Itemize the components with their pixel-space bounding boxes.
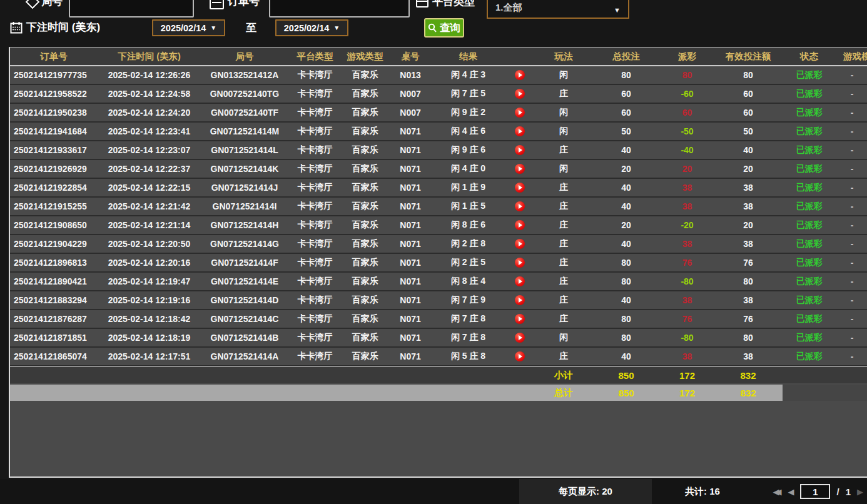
- replay-icon[interactable]: [515, 333, 525, 343]
- replay-icon[interactable]: [515, 314, 525, 324]
- cell-status: 已派彩: [783, 332, 836, 343]
- table-row[interactable]: 2502141219336172025-02-14 12:23:07GN0712…: [10, 141, 867, 160]
- replay-icon[interactable]: [515, 351, 525, 361]
- cell-replay[interactable]: [504, 258, 535, 268]
- to-label: 至: [246, 21, 256, 35]
- table-row[interactable]: 2502141218718512025-02-14 12:18:19GN0712…: [10, 329, 867, 348]
- cell-valid-bet: 38: [714, 351, 783, 361]
- table-row[interactable]: 2502141219416842025-02-14 12:23:41GN0712…: [10, 123, 867, 141]
- table-row[interactable]: 2502141219086502025-02-14 12:21:14GN0712…: [10, 216, 867, 235]
- cell-game-mode: -: [836, 276, 867, 286]
- orders-table-body: 2502141219777352025-02-14 12:26:26GN0132…: [10, 66, 867, 366]
- cell-replay[interactable]: [504, 295, 535, 305]
- cell-game-type: 百家乐: [342, 276, 388, 287]
- cell-order-no: 250214121883294: [10, 295, 98, 305]
- cell-bet-time: 2025-02-14 12:20:16: [98, 258, 201, 268]
- replay-icon[interactable]: [515, 295, 525, 305]
- table-row[interactable]: 2502141219585222025-02-14 12:24:58GN0072…: [10, 85, 867, 104]
- grand-total-valid-bet: 832: [714, 388, 783, 398]
- cell-game-mode: -: [836, 351, 867, 361]
- replay-icon[interactable]: [515, 239, 525, 249]
- cell-payout: -20: [661, 220, 714, 230]
- cell-replay[interactable]: [504, 276, 535, 286]
- cell-valid-bet: 20: [714, 164, 783, 174]
- cell-round-no: GN0712521414M: [201, 126, 288, 136]
- cell-valid-bet: 80: [714, 70, 783, 80]
- cell-replay[interactable]: [504, 89, 535, 99]
- table-row[interactable]: 2502141218762872025-02-14 12:18:42GN0712…: [10, 310, 867, 329]
- table-row[interactable]: 2502141219042292025-02-14 12:20:50GN0712…: [10, 235, 867, 254]
- table-row[interactable]: 2502141218904212025-02-14 12:19:47GN0712…: [10, 273, 867, 291]
- page-separator: /: [836, 486, 839, 497]
- table-row[interactable]: 2502141219502382025-02-14 12:24:20GN0072…: [10, 104, 867, 123]
- date-to-picker[interactable]: 2025/02/14 ▼: [275, 19, 348, 36]
- cell-replay[interactable]: [504, 183, 535, 193]
- table-row[interactable]: 2502141219228542025-02-14 12:22:15GN0712…: [10, 179, 867, 198]
- cell-order-no: 250214121977735: [10, 70, 98, 80]
- cell-replay[interactable]: [504, 239, 535, 249]
- cell-replay[interactable]: [504, 333, 535, 343]
- cell-order-no: 250214121871851: [10, 333, 98, 343]
- replay-icon[interactable]: [515, 220, 525, 230]
- cell-round-no: GN0712521414K: [201, 164, 288, 174]
- prev-page-icon[interactable]: ◀: [788, 488, 794, 496]
- table-row[interactable]: 2502141219777352025-02-14 12:26:26GN0132…: [10, 66, 867, 85]
- replay-icon[interactable]: [515, 183, 525, 193]
- cell-replay[interactable]: [504, 351, 535, 361]
- cell-valid-bet: 60: [714, 108, 783, 118]
- table-row[interactable]: 2502141219269292025-02-14 12:22:37GN0712…: [10, 160, 867, 179]
- cell-replay[interactable]: [504, 108, 535, 118]
- current-page-input[interactable]: 1: [800, 484, 830, 499]
- cell-replay[interactable]: [504, 314, 535, 324]
- cell-replay[interactable]: [504, 220, 535, 230]
- cell-valid-bet: 76: [714, 314, 783, 324]
- cell-result: 闲 2 庄 5: [432, 257, 504, 268]
- cell-replay[interactable]: [504, 201, 535, 211]
- replay-icon[interactable]: [515, 258, 525, 268]
- replay-icon[interactable]: [515, 145, 525, 155]
- search-button[interactable]: 查询: [424, 18, 464, 38]
- cell-total-bet: 40: [592, 239, 661, 249]
- replay-icon[interactable]: [515, 164, 525, 174]
- cell-status: 已派彩: [783, 88, 836, 99]
- first-page-icon[interactable]: ◀◀: [773, 488, 781, 496]
- cell-play-method: 庄: [535, 295, 592, 306]
- subtotal-valid-bet: 832: [714, 370, 783, 381]
- cell-platform: 卡卡湾厅: [288, 144, 342, 156]
- cell-replay[interactable]: [504, 70, 535, 80]
- header-order-no: 订单号: [10, 51, 98, 63]
- cell-play-method: 庄: [535, 201, 592, 212]
- round-input[interactable]: [69, 0, 194, 18]
- pager: ◀◀ ◀ 1 / 1 ▶: [773, 479, 863, 504]
- cell-replay[interactable]: [504, 164, 535, 174]
- cell-status: 已派彩: [783, 276, 836, 287]
- cell-status: 已派彩: [783, 351, 836, 362]
- replay-icon[interactable]: [515, 276, 525, 286]
- cell-valid-bet: 38: [714, 295, 783, 305]
- table-row[interactable]: 2502141218650742025-02-14 12:17:51GN0712…: [10, 348, 867, 366]
- replay-icon[interactable]: [515, 108, 525, 118]
- table-row[interactable]: 2502141219152552025-02-14 12:21:42GN0712…: [10, 198, 867, 216]
- table-row[interactable]: 2502141218968132025-02-14 12:20:16GN0712…: [10, 254, 867, 273]
- platform-select[interactable]: 1.全部 ▼: [487, 0, 629, 19]
- table-row[interactable]: 2502141218832942025-02-14 12:19:16GN0712…: [10, 291, 867, 310]
- replay-icon[interactable]: [515, 70, 525, 80]
- cell-total-bet: 80: [592, 333, 661, 343]
- replay-icon[interactable]: [515, 89, 525, 99]
- order-input[interactable]: [269, 0, 410, 18]
- cell-game-type: 百家乐: [342, 238, 388, 249]
- next-page-icon[interactable]: ▶: [857, 488, 863, 496]
- cell-total-bet: 40: [592, 145, 661, 155]
- cell-game-mode: -: [836, 220, 867, 230]
- header-round-no: 局号: [201, 51, 288, 63]
- cell-replay[interactable]: [504, 145, 535, 155]
- cell-status: 已派彩: [783, 219, 836, 231]
- replay-icon[interactable]: [515, 201, 525, 211]
- cell-game-mode: -: [836, 239, 867, 249]
- cell-replay[interactable]: [504, 126, 535, 136]
- date-from-picker[interactable]: 2025/02/14 ▼: [152, 19, 225, 36]
- cell-total-bet: 80: [592, 70, 661, 80]
- cell-total-bet: 20: [592, 220, 661, 230]
- cell-payout: 76: [661, 314, 714, 324]
- replay-icon[interactable]: [515, 126, 525, 136]
